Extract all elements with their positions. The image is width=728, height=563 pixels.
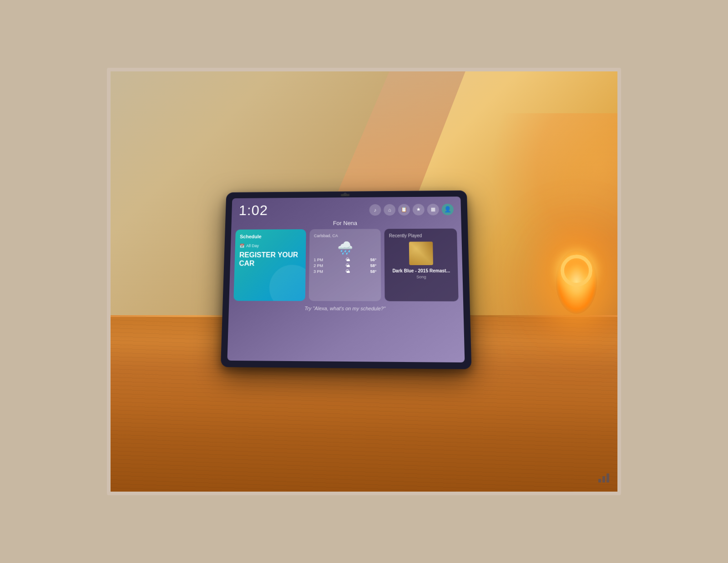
recently-played-card[interactable]: Recently Played Dark Blue - 2015 Remast.… (384, 228, 459, 301)
profile-icon[interactable]: 👤 (442, 203, 454, 215)
photo-frame: 1:02 ♪ ⌂ 📋 ★ ▦ 👤 For Nena Schedule (107, 68, 621, 495)
cards-container: Schedule 📅 All Day REGISTER YOUR CAR Car… (229, 228, 464, 301)
music-icon[interactable]: ♪ (369, 204, 381, 215)
for-label: For Nena (231, 219, 461, 230)
wbar-2 (602, 476, 605, 483)
wbar-1 (598, 479, 601, 483)
recently-played-title: Recently Played (389, 233, 452, 238)
time-display: 1:02 (238, 202, 268, 219)
song-type: Song (389, 275, 454, 279)
grid-icon[interactable]: ▦ (427, 203, 439, 215)
home-icon[interactable]: ⌂ (384, 204, 395, 215)
weather-icon-1: 🌥 (346, 257, 350, 262)
schedule-card[interactable]: Schedule 📅 All Day REGISTER YOUR CAR (233, 229, 306, 301)
song-title: Dark Blue - 2015 Remast... (389, 268, 454, 274)
all-day-text: All Day (246, 243, 259, 248)
calendar-small-icon: 📅 (239, 243, 244, 248)
all-day-badge: 📅 All Day (239, 243, 301, 248)
screen-header: 1:02 ♪ ⌂ 📋 ★ ▦ 👤 (232, 196, 461, 220)
watermark (596, 470, 612, 486)
weather-icon-3: 🌥 (346, 269, 350, 274)
device-camera (344, 192, 347, 195)
weather-icon-2: 🌥 (346, 263, 350, 268)
weather-time-3: 3 PM (313, 269, 326, 273)
schedule-card-title: Schedule (240, 234, 301, 239)
weather-temp-1: 56° (370, 257, 377, 261)
album-art (409, 241, 433, 265)
wbar-3 (607, 473, 609, 483)
star-icon[interactable]: ★ (413, 204, 425, 215)
weather-row-1: 1 PM 🌥 56° (313, 257, 376, 262)
weather-location: Carlsbad, CA (314, 233, 376, 238)
echo-show-device: 1:02 ♪ ⌂ 📋 ★ ▦ 👤 For Nena Schedule (221, 190, 471, 369)
watermark-bars (598, 473, 609, 483)
echo-screen[interactable]: 1:02 ♪ ⌂ 📋 ★ ▦ 👤 For Nena Schedule (227, 196, 465, 362)
header-icons: ♪ ⌂ 📋 ★ ▦ 👤 (369, 203, 454, 215)
ambient-lamp (549, 250, 604, 332)
weather-row-2: 2 PM 🌥 58° (313, 263, 376, 268)
weather-time-1: 1 PM (313, 257, 326, 262)
weather-row-3: 3 PM 🌥 58° (313, 269, 376, 274)
event-title: REGISTER YOUR CAR (239, 251, 301, 268)
bottom-hint: Try "Alexa, what's on my schedule?" (229, 301, 464, 316)
calendar-icon[interactable]: 📋 (398, 204, 410, 215)
weather-time-2: 2 PM (313, 263, 326, 268)
weather-main-icon: 🌧️ (314, 241, 377, 256)
weather-card[interactable]: Carlsbad, CA 🌧️ 1 PM 🌥 56° 2 PM 🌥 58° 3 … (308, 229, 381, 301)
weather-temp-3: 58° (370, 269, 377, 273)
weather-temp-2: 58° (370, 263, 377, 267)
lamp-ring (561, 255, 592, 287)
